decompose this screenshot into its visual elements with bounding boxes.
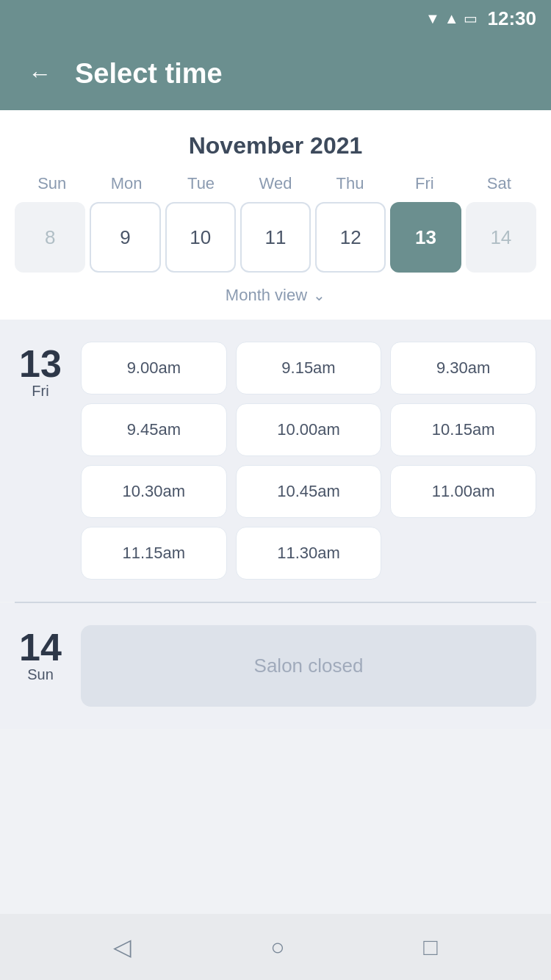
time-slot-915am[interactable]: 9.15am [236, 342, 382, 394]
home-nav-icon[interactable]: ○ [263, 926, 292, 968]
day-cell-13[interactable]: 13 [390, 202, 461, 273]
day-cell-11[interactable]: 11 [240, 202, 311, 273]
status-time: 12:30 [488, 7, 537, 30]
month-view-toggle[interactable]: Month view ⌄ [15, 286, 536, 305]
friday-time-slots: 9.00am 9.15am 9.30am 9.45am 10.00am 10.1… [81, 342, 536, 580]
weekday-mon: Mon [89, 174, 163, 193]
friday-section: 13 Fri 9.00am 9.15am 9.30am 9.45am 10.00… [0, 320, 551, 602]
chevron-down-icon: ⌄ [313, 287, 325, 304]
day-cell-9[interactable]: 9 [90, 202, 160, 273]
calendar-section: November 2021 Sun Mon Tue Wed Thu Fri Sa… [0, 110, 551, 320]
back-nav-icon[interactable]: ◁ [106, 926, 139, 968]
signal-icon: ▲ [444, 10, 459, 27]
weekday-wed: Wed [238, 174, 312, 193]
sunday-day-name: Sun [27, 666, 54, 683]
wifi-icon: ▼ [425, 10, 440, 27]
back-button[interactable]: ← [22, 54, 57, 93]
time-slot-945am[interactable]: 9.45am [81, 403, 227, 456]
day-cell-10[interactable]: 10 [165, 202, 236, 273]
bottom-nav: ◁ ○ □ [0, 914, 551, 980]
weekday-tue: Tue [164, 174, 238, 193]
time-slot-1115am[interactable]: 11.15am [81, 527, 227, 580]
friday-label: 13 Fri [15, 342, 66, 580]
day-cell-12[interactable]: 12 [315, 202, 386, 273]
friday-day-number: 13 [19, 345, 62, 383]
time-slot-1045am[interactable]: 10.45am [236, 465, 382, 518]
day-cell-14[interactable]: 14 [466, 202, 536, 273]
month-view-label: Month view [226, 286, 307, 305]
status-bar: ▼ ▲ ▭ 12:30 [0, 0, 551, 37]
time-slot-930am[interactable]: 9.30am [390, 342, 536, 394]
weekday-sat: Sat [462, 174, 536, 193]
sunday-section: 14 Sun Salon closed [0, 603, 551, 729]
sunday-day-number: 14 [19, 628, 62, 666]
weekday-fri: Fri [387, 174, 461, 193]
page-title: Select time [75, 58, 223, 90]
weekday-thu: Thu [313, 174, 387, 193]
salon-closed-box: Salon closed [81, 625, 536, 707]
friday-day-name: Fri [32, 383, 48, 400]
salon-closed-label: Salon closed [254, 655, 364, 677]
time-slot-1130am[interactable]: 11.30am [236, 527, 382, 580]
recents-nav-icon[interactable]: □ [416, 926, 444, 968]
sunday-label: 14 Sun [15, 625, 66, 707]
time-slot-900am[interactable]: 9.00am [81, 342, 227, 394]
days-row: 8 9 10 11 12 13 14 [15, 202, 536, 273]
time-slot-1000am[interactable]: 10.00am [236, 403, 382, 456]
battery-icon: ▭ [464, 10, 478, 27]
time-slot-1100am[interactable]: 11.00am [390, 465, 536, 518]
month-year-label: November 2021 [15, 132, 536, 159]
time-slot-1030am[interactable]: 10.30am [81, 465, 227, 518]
weekdays-row: Sun Mon Tue Wed Thu Fri Sat [15, 174, 536, 193]
status-icons: ▼ ▲ ▭ 12:30 [425, 7, 536, 30]
header: ← Select time [0, 37, 551, 110]
day-cell-8[interactable]: 8 [15, 202, 85, 273]
weekday-sun: Sun [15, 174, 89, 193]
time-slot-1015am[interactable]: 10.15am [390, 403, 536, 456]
